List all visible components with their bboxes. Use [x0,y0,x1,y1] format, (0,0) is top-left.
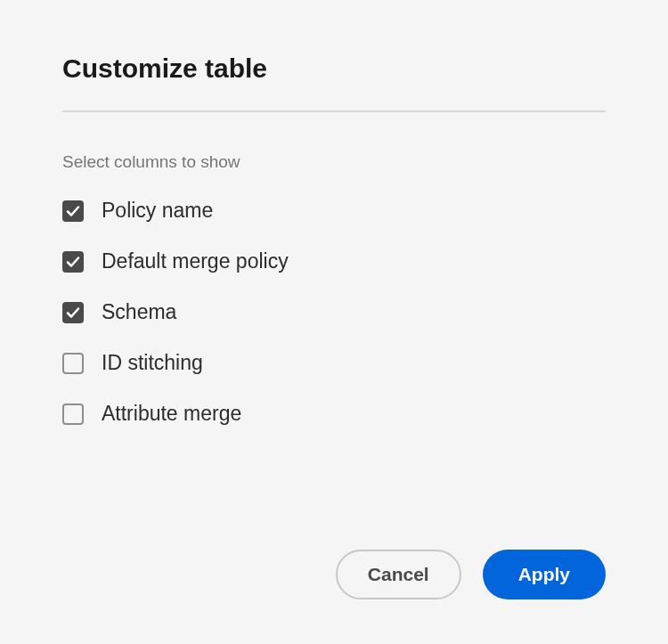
checkbox-label: Default merge policy [102,249,289,273]
cancel-button[interactable]: Cancel [336,550,461,599]
checkbox-label: Schema [102,300,176,324]
checkbox-label: Attribute merge [102,402,241,426]
checkbox-policy-name[interactable]: Policy name [62,199,606,223]
button-row: Cancel Apply [62,550,606,599]
checkbox-id-stitching[interactable]: ID stitching [62,351,606,375]
checkbox-attribute-merge[interactable]: Attribute merge [62,402,606,426]
checkbox-default-merge-policy[interactable]: Default merge policy [62,249,606,273]
checkbox-unchecked-icon [62,353,84,374]
checkmark-icon [62,200,84,222]
checkbox-list: Policy name Default merge policy Schema … [62,199,606,426]
checkmark-icon [62,251,84,273]
apply-button[interactable]: Apply [483,550,606,599]
divider [62,110,606,112]
checkmark-icon [62,302,84,323]
dialog-title: Customize table [62,53,606,84]
checkbox-label: Policy name [102,199,213,223]
subtitle: Select columns to show [62,152,606,172]
checkbox-unchecked-icon [62,404,84,425]
checkbox-schema[interactable]: Schema [62,300,606,324]
checkbox-label: ID stitching [102,351,203,375]
